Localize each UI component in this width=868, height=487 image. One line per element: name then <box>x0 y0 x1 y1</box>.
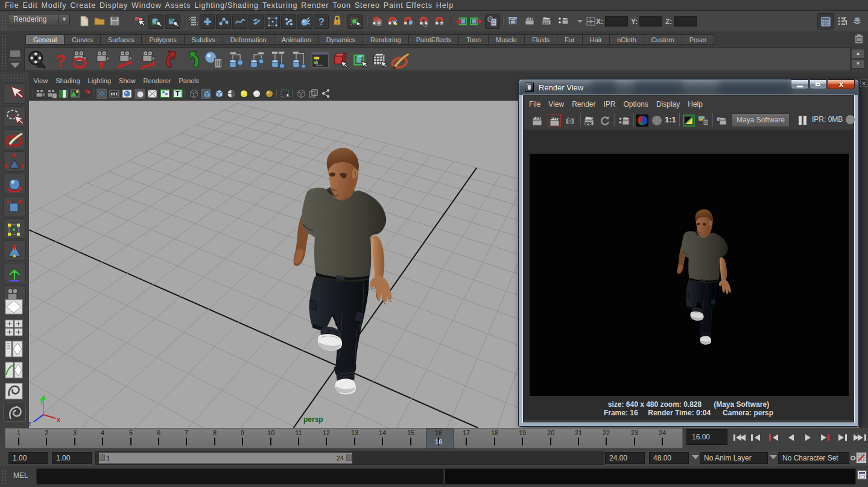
svg-text:x: x <box>57 416 61 423</box>
svg-text:IPR: IPR <box>585 121 592 125</box>
svg-text:?: ? <box>55 51 65 71</box>
svg-text:T: T <box>176 90 180 97</box>
svg-text:z: z <box>29 419 31 427</box>
svg-text:?: ? <box>318 17 325 27</box>
svg-text:IPR: IPR <box>543 21 550 25</box>
svg-text:persp: persp <box>303 415 323 424</box>
svg-text:y: y <box>40 397 44 404</box>
